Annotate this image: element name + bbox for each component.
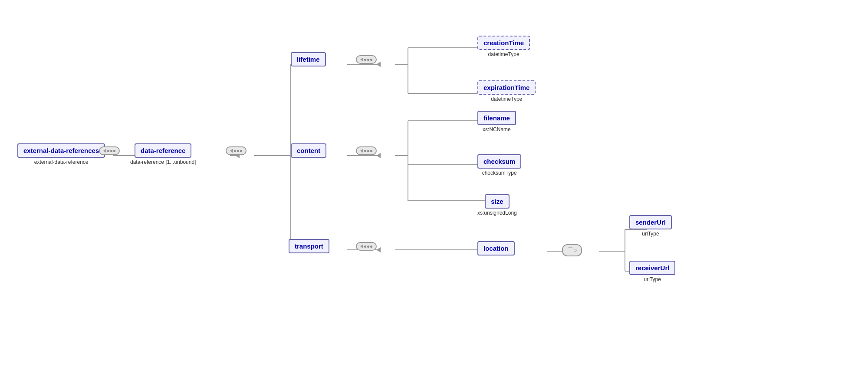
pill-1	[99, 146, 120, 155]
pill-1-arrow	[103, 149, 106, 153]
data-reference-box[interactable]: data-reference	[135, 143, 191, 158]
svg-marker-28	[376, 62, 381, 67]
pill-4	[356, 146, 377, 155]
pill-2-dots	[234, 150, 242, 152]
creation-time-sublabel: datetimeType	[488, 51, 519, 57]
size-sublabel: xs:unsignedLong	[477, 210, 517, 216]
filename-box[interactable]: filename	[477, 111, 516, 125]
content-box[interactable]: content	[291, 143, 326, 158]
connector-4	[356, 146, 377, 155]
lifetime-box[interactable]: lifetime	[291, 52, 326, 66]
pill-location: ⌒○	[562, 244, 582, 256]
pill-5	[356, 242, 377, 251]
pill-1-dots	[107, 150, 115, 152]
connector-2	[226, 146, 247, 155]
size-box[interactable]: size	[485, 194, 509, 209]
node-sender-url: senderUrl urlType	[629, 215, 672, 237]
expiration-time-label: expirationTime	[483, 84, 529, 91]
location-box[interactable]: location	[477, 241, 515, 256]
external-data-references-sublabel: external-data-reference	[34, 159, 89, 165]
pill-3-dots	[364, 59, 372, 61]
pill-5-arrow	[360, 244, 363, 249]
location-label: location	[483, 245, 509, 252]
sender-url-sublabel: urlType	[642, 231, 659, 237]
node-content: content	[291, 143, 326, 158]
transport-label: transport	[295, 242, 323, 250]
sender-url-box[interactable]: senderUrl	[629, 215, 672, 229]
filename-label: filename	[483, 114, 510, 122]
pill-4-dots	[364, 150, 372, 152]
diagram: external-data-references external-data-r…	[0, 0, 868, 365]
node-lifetime: lifetime	[291, 52, 326, 66]
node-transport: transport	[289, 239, 329, 253]
external-data-references-box[interactable]: external-data-references	[17, 143, 105, 158]
checksum-label: checksum	[483, 158, 515, 165]
expiration-time-sublabel: datetimeType	[491, 96, 522, 102]
pill-2	[226, 146, 247, 155]
connector-5	[356, 242, 377, 251]
node-data-reference: data-reference data-reference [1...unbou…	[130, 143, 196, 165]
node-location: location	[477, 241, 515, 256]
transport-box[interactable]: transport	[289, 239, 329, 253]
node-size: size xs:unsignedLong	[477, 194, 517, 216]
receiver-url-sublabel: urlType	[644, 276, 661, 282]
lifetime-label: lifetime	[297, 56, 320, 63]
data-reference-label: data-reference	[141, 147, 185, 154]
checksum-box[interactable]: checksum	[477, 154, 521, 169]
size-label: size	[491, 198, 503, 205]
pill-5-dots	[364, 246, 372, 248]
data-reference-sublabel: data-reference [1...unbound]	[130, 159, 196, 165]
node-creation-time: creationTime datetimeType	[477, 36, 530, 57]
external-data-references-label: external-data-references	[23, 147, 99, 154]
sender-url-label: senderUrl	[635, 219, 666, 226]
pill-3	[356, 55, 377, 64]
svg-marker-30	[376, 247, 381, 252]
svg-marker-29	[376, 153, 381, 158]
pill-4-arrow	[360, 149, 363, 153]
creation-time-label: creationTime	[483, 39, 524, 46]
location-wavy-icon: ⌒○	[567, 246, 577, 254]
node-expiration-time: expirationTime datetimeType	[477, 80, 536, 102]
connector-3	[356, 55, 377, 64]
checksum-sublabel: checksumType	[482, 170, 517, 176]
content-label: content	[297, 147, 320, 154]
connector-location: ⌒○	[562, 244, 582, 256]
filename-sublabel: xs:NCName	[483, 126, 511, 133]
pill-3-arrow	[360, 57, 363, 62]
node-external-data-references: external-data-references external-data-r…	[17, 143, 105, 165]
node-filename: filename xs:NCName	[477, 111, 516, 133]
node-checksum: checksum checksumType	[477, 154, 521, 176]
pill-2-arrow	[230, 149, 233, 153]
creation-time-box[interactable]: creationTime	[477, 36, 530, 50]
receiver-url-box[interactable]: receiverUrl	[629, 261, 675, 275]
node-receiver-url: receiverUrl urlType	[629, 261, 675, 282]
connector-1	[99, 146, 120, 155]
expiration-time-box[interactable]: expirationTime	[477, 80, 536, 95]
receiver-url-label: receiverUrl	[635, 264, 669, 272]
